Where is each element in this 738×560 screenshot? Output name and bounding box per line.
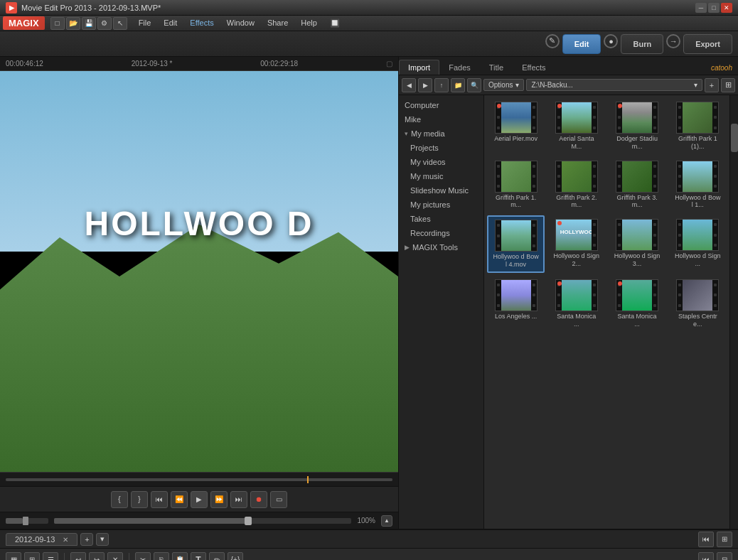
options-arrow: ▾ xyxy=(515,81,519,89)
timeline-add-button[interactable]: + xyxy=(80,533,93,546)
tl-cut-button[interactable]: ✂ xyxy=(135,552,151,561)
file-sign-3[interactable]: Hollywoo d Sign 3... xyxy=(609,215,666,273)
browser-add-button[interactable]: + xyxy=(705,78,719,92)
tree-computer[interactable]: Computer xyxy=(399,98,483,112)
open-icon[interactable]: 📂 xyxy=(66,17,80,30)
tree-slideshowmusic[interactable]: Slideshow Music xyxy=(399,183,483,198)
tl-list-view[interactable]: ☰ xyxy=(43,552,58,561)
tree-mymedia[interactable]: ▾My media xyxy=(399,126,483,141)
settings-icon[interactable]: ⚙ xyxy=(97,17,112,30)
preview-expand-icon[interactable]: ▢ xyxy=(386,60,392,68)
record-button[interactable]: ⏺ xyxy=(250,491,267,508)
tab-title[interactable]: Title xyxy=(480,60,513,75)
menu-effects[interactable]: Effects xyxy=(184,17,219,29)
browser-search-button[interactable]: 🔍 xyxy=(467,78,481,92)
tab-effects[interactable]: Effects xyxy=(513,60,555,75)
preview-zoom: 100% ▲ xyxy=(0,512,398,529)
new-icon[interactable]: □ xyxy=(50,17,65,30)
minimize-button[interactable]: ─ xyxy=(695,3,707,13)
tab-fades[interactable]: Fades xyxy=(439,60,480,75)
browser-scrollbar[interactable] xyxy=(729,95,738,529)
browser-up-button[interactable]: ↑ xyxy=(434,78,449,92)
tree-mymusic[interactable]: My music xyxy=(399,169,483,183)
tl-redo-button[interactable]: ↪ xyxy=(89,552,105,561)
file-sign-4[interactable]: Hollywoo d Sign ... xyxy=(669,215,727,273)
menu-help[interactable]: Help xyxy=(295,17,323,29)
file-dodger-stadium[interactable]: Dodger Stadium... xyxy=(609,98,666,154)
menu-file[interactable]: File xyxy=(133,17,157,29)
tl-effects-button[interactable]: {+} xyxy=(228,552,243,561)
browser-back-button[interactable]: ◀ xyxy=(402,78,416,92)
file-bowl-1[interactable]: Hollywoo d Bowl 1... xyxy=(669,157,727,213)
tree-mike[interactable]: Mike xyxy=(399,112,483,126)
file-griffith-2m[interactable]: Griffith Park 2.m... xyxy=(547,157,605,213)
tl-delete-button[interactable]: ✕ xyxy=(107,552,123,561)
timeline-tab[interactable]: 2012-09-13 ✕ xyxy=(6,533,77,546)
tree-mypictures[interactable]: My pictures xyxy=(399,198,483,212)
tl-goto-start[interactable]: ⏮ xyxy=(698,552,714,561)
menu-extra[interactable]: 🔲 xyxy=(324,17,346,29)
file-griffith-1m[interactable]: Griffith Park 1.m... xyxy=(487,157,545,213)
browser-options[interactable]: Options ▾ xyxy=(483,79,524,91)
edit-button[interactable]: Edit xyxy=(562,34,601,54)
timeline-dropdown-button[interactable]: ▾ xyxy=(96,533,109,546)
timeline-options[interactable]: ⊞ xyxy=(717,532,732,547)
file-griffith-3m[interactable]: Griffith Park 3.m... xyxy=(609,157,666,213)
tl-grid-view[interactable]: ⊞ xyxy=(24,552,40,561)
file-aerial-santa[interactable]: Aerial Santa M... xyxy=(547,98,605,154)
timeline-skip-start[interactable]: ⏮ xyxy=(698,532,714,547)
menu-edit[interactable]: Edit xyxy=(158,17,183,29)
file-santa-1[interactable]: Santa Monica ... xyxy=(547,276,605,332)
zoom-slider-left[interactable] xyxy=(6,518,48,524)
preview-controls: { } ⏮ ⏪ ▶ ⏩ ⏭ ⏺ ▭ xyxy=(0,486,398,512)
prev-clip-button[interactable]: ⏪ xyxy=(171,491,188,508)
tl-more-options[interactable]: ⊟ xyxy=(717,552,732,561)
tl-undo-button[interactable]: ↩ xyxy=(70,552,86,561)
tree-recordings[interactable]: Recordings xyxy=(399,226,483,240)
tl-storyboard-view[interactable]: ▦ xyxy=(6,552,21,561)
file-staples[interactable]: Staples Centre... xyxy=(669,276,727,332)
play-button[interactable]: ▶ xyxy=(191,491,208,508)
tree-myvideos[interactable]: My videos xyxy=(399,155,483,169)
preview-time-start: 00:00:46:12 xyxy=(6,60,43,68)
save-icon[interactable]: 💾 xyxy=(82,17,96,30)
main-layout: 00:00:46:12 2012-09-13 * 00:02:29:18 ▢ H… xyxy=(0,57,738,529)
file-thumb xyxy=(555,161,598,193)
file-santa-2[interactable]: Santa Monica ... xyxy=(609,276,666,332)
cursor-icon[interactable]: ↖ xyxy=(113,17,127,30)
timeline-tab-close[interactable]: ✕ xyxy=(63,536,68,544)
file-la[interactable]: Los Angeles ... xyxy=(487,276,545,332)
menu-window[interactable]: Window xyxy=(221,17,260,29)
menu-share[interactable]: Share xyxy=(262,17,294,29)
file-sign-2[interactable]: HOLLYWOO Hollywoo d Sign 2... xyxy=(547,215,605,273)
tree-takes[interactable]: Takes xyxy=(399,212,483,226)
zoom-slider-main[interactable] xyxy=(54,518,351,524)
tl-copy-button[interactable]: ⎘ xyxy=(154,552,169,561)
tree-magixtools[interactable]: ▶MAGIX Tools xyxy=(399,240,483,254)
file-name: Hollywoo d Bowl 4.mov xyxy=(493,253,539,269)
tl-text-button[interactable]: T xyxy=(191,552,206,561)
browser-folder-button[interactable]: 📁 xyxy=(451,78,465,92)
file-aerial-pier[interactable]: Aerial Pier.mov xyxy=(487,98,545,154)
tab-import[interactable]: Import xyxy=(399,60,439,75)
zoom-expand-button[interactable]: ▲ xyxy=(381,515,392,527)
export-button[interactable]: Export xyxy=(683,34,732,54)
prev-frame-button[interactable]: ⏮ xyxy=(151,491,168,508)
burn-button[interactable]: Burn xyxy=(621,34,663,54)
browser-view-button[interactable]: ⊞ xyxy=(721,78,735,92)
file-name: Griffith Park 1.m... xyxy=(493,194,539,210)
timeline-header: 2012-09-13 ✕ + ▾ ⏮ ⊞ xyxy=(0,530,738,549)
tree-projects[interactable]: Projects xyxy=(399,141,483,155)
mark-in-button[interactable]: { xyxy=(111,491,128,508)
maximize-button[interactable]: □ xyxy=(708,3,720,13)
tl-brush-button[interactable]: ✏ xyxy=(209,552,225,561)
mark-out-button[interactable]: } xyxy=(131,491,148,508)
next-frame-button[interactable]: ⏭ xyxy=(230,491,247,508)
close-button[interactable]: ✕ xyxy=(721,3,732,13)
file-bowl-4[interactable]: Hollywoo d Bowl 4.mov xyxy=(487,215,545,273)
snapshot-button[interactable]: ▭ xyxy=(270,491,287,508)
browser-forward-button[interactable]: ▶ xyxy=(418,78,432,92)
next-clip-button[interactable]: ⏩ xyxy=(210,491,228,508)
tl-paste-button[interactable]: 📋 xyxy=(172,552,188,561)
file-griffith-1[interactable]: Griffith Park 1(1)... xyxy=(669,98,727,154)
